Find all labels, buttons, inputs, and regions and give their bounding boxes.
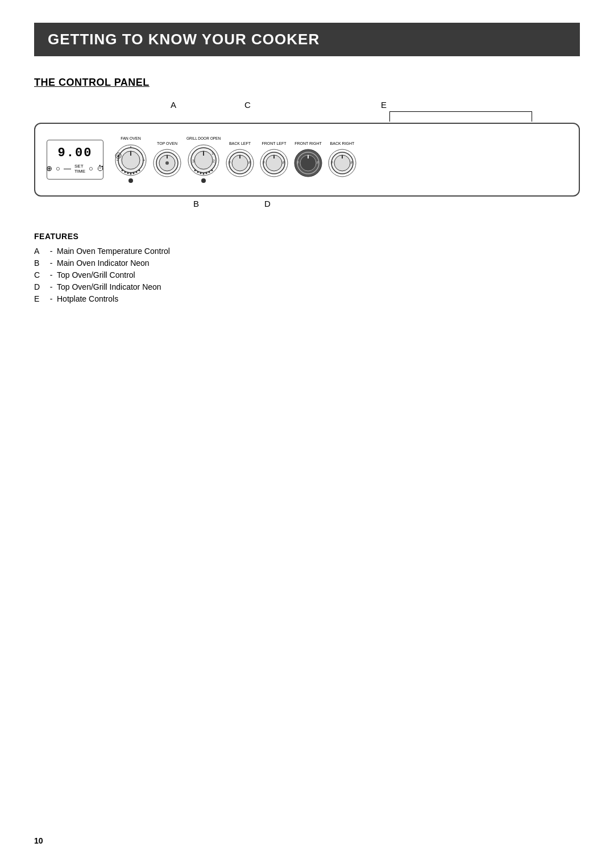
feature-dash-d: - [45,282,57,291]
knob-back-left: F F [225,148,255,178]
features-title: FEATURES [34,232,580,241]
e-bracket-right [532,111,532,122]
label-ac-zone: A C [171,100,251,110]
svg-text:1: 1 [211,151,214,155]
timer-display: 9.00 ⊕ ○ — SETTIME ○ ⏱ [47,140,103,180]
svg-point-32 [211,169,213,171]
svg-text:F: F [331,161,333,165]
feature-letter-a: A [34,247,45,256]
svg-text:F: F [283,161,285,165]
svg-point-12 [127,173,129,174]
timer-label-set: SETTIME [74,164,85,174]
knob-top-oven [152,148,182,178]
timer-icon-circle2: ○ [89,164,93,173]
svg-text:F: F [263,161,265,165]
label-c: C [244,100,251,110]
feature-item-a: A - Main Oven Temperature Control [34,247,580,256]
timer-controls: ⊕ ○ — SETTIME ○ ⏱ [46,164,104,174]
section-title: THE CONTROL PANEL [34,77,580,89]
svg-text:F: F [248,161,251,165]
e-bracket-line [389,111,532,112]
feature-desc-b: Main Oven Indicator Neon [57,258,580,268]
knob-fan-oven: A [114,143,148,177]
svg-text:F: F [297,161,299,165]
timer-sep: — [64,164,71,173]
svg-text:F: F [317,161,319,165]
knob-label-grill: GRILL DOOR OPEN [186,136,221,141]
label-e: E [381,100,387,110]
knob-group-back-right: BACK RIGHT F F [327,141,357,178]
feature-dash-b: - [45,258,57,268]
knob-label-fan-oven: FAN OVEN [121,136,140,141]
top-labels: A C E [34,100,580,123]
knob-group-front-left: FRONT LEFT F F [259,141,289,178]
knob-group-grill: GRILL DOOR OPEN 3 1 [186,136,221,183]
page-title: GETTING TO KNOW YOUR COOKER [48,31,566,48]
page-title-bar: GETTING TO KNOW YOUR COOKER [34,23,580,56]
svg-point-31 [209,171,210,173]
knob-front-right: F F [293,148,323,178]
svg-point-10 [122,170,123,172]
feature-dash-a: - [45,247,57,256]
knob-group-front-right: FRONT RIGHT F F [293,141,323,178]
label-d: D [264,199,271,208]
knob-label-top-oven: TOP OVEN [157,141,177,146]
feature-letter-b: B [34,258,45,268]
timer-digits: 9.00 [58,146,93,160]
control-panel: 9.00 ⊕ ○ — SETTIME ○ ⏱ FAN OVEN [34,123,580,197]
timer-icon-clock: ⊕ [46,164,52,173]
svg-point-29 [203,173,205,174]
svg-point-14 [133,173,135,174]
label-a: A [171,100,176,110]
feature-desc-c: Top Oven/Grill Control [57,270,580,279]
feature-item-c: C - Top Oven/Grill Control [34,270,580,279]
timer-icon-clock2: ⏱ [97,164,104,173]
knob-label-front-right: FRONT RIGHT [294,141,322,146]
svg-point-21 [165,161,169,165]
features-section: FEATURES A - Main Oven Temperature Contr… [34,232,580,303]
e-bracket-left [389,111,390,122]
timer-icon-circle: ○ [56,164,60,173]
knobs-area: FAN OVEN A [114,136,567,183]
bottom-labels: B D [34,199,580,215]
svg-point-27 [197,171,199,173]
svg-point-13 [130,173,132,175]
svg-text:F: F [351,161,353,165]
knob-group-fan-oven: FAN OVEN A [114,136,148,183]
feature-dash-c: - [45,270,57,279]
feature-desc-e: Hotplate Controls [57,294,580,303]
features-list: A - Main Oven Temperature Control B - Ma… [34,247,580,303]
label-b: B [193,199,199,208]
svg-point-15 [136,172,138,173]
feature-item-d: D - Top Oven/Grill Indicator Neon [34,282,580,291]
knob-label-back-right: BACK RIGHT [330,141,355,146]
feature-letter-e: E [34,294,45,303]
knob-group-top-oven: TOP OVEN [152,141,182,178]
svg-text:F: F [229,161,231,165]
feature-item-e: E - Hotplate Controls [34,294,580,303]
svg-point-11 [125,172,126,173]
svg-text:A: A [117,154,119,158]
control-panel-diagram: A C E 9.00 ⊕ ○ — SETTIME ○ ⏱ FAN OVEN [34,100,580,215]
svg-point-26 [194,169,196,171]
feature-letter-c: C [34,270,45,279]
knob-back-right: F F [327,148,357,178]
knob-grill: 3 1 2 [186,143,221,177]
page-number: 10 [34,836,43,845]
knob-label-front-left: FRONT LEFT [262,141,286,146]
knob-label-back-left: BACK LEFT [229,141,251,146]
svg-point-28 [200,172,202,174]
knob-front-left: F F [259,148,289,178]
indicator-dot-grill [201,178,206,183]
feature-dash-e: - [45,294,57,303]
indicator-dot-fan-oven [128,178,133,183]
feature-desc-d: Top Oven/Grill Indicator Neon [57,282,580,291]
feature-letter-d: D [34,282,45,291]
feature-item-b: B - Main Oven Indicator Neon [34,258,580,268]
svg-text:3: 3 [192,159,194,163]
knob-group-back-left: BACK LEFT F F [225,141,255,178]
svg-point-30 [206,172,208,174]
svg-text:2: 2 [213,159,215,163]
feature-desc-a: Main Oven Temperature Control [57,247,580,256]
svg-point-16 [139,170,140,172]
